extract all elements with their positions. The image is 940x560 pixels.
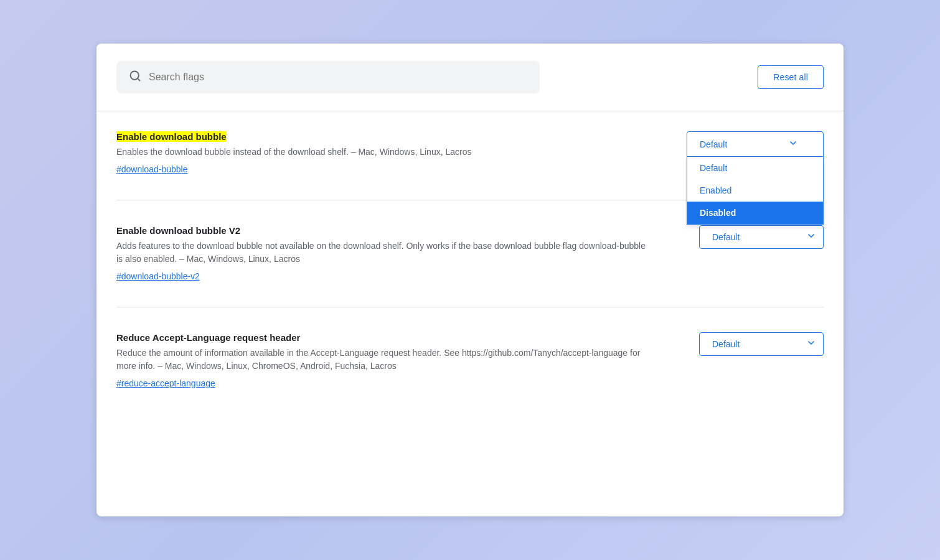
dropdown-option-disabled[interactable]: Disabled <box>687 202 823 224</box>
flag-info-3: Reduce Accept-Language request header Re… <box>116 332 646 389</box>
flag-item-reduce-accept-language: Reduce Accept-Language request header Re… <box>116 332 824 389</box>
flag-title-reduce-accept-language: Reduce Accept-Language request header <box>116 332 646 343</box>
divider-2 <box>116 307 824 307</box>
dropdown-wrapper-2: Default Enabled Disabled <box>699 225 824 249</box>
flag-link-download-bubble-v2[interactable]: #download-bubble-v2 <box>116 271 200 281</box>
content-area: Enable download bubble Enables the downl… <box>96 111 844 439</box>
flag-description-download-bubble-v2: Adds features to the download bubble not… <box>116 240 646 266</box>
dropdown-option-default[interactable]: Default <box>687 157 823 179</box>
dropdown-selected-label: Default <box>700 139 727 149</box>
flag-info: Enable download bubble Enables the downl… <box>116 131 646 175</box>
flag-item-download-bubble: Enable download bubble Enables the downl… <box>116 131 824 175</box>
search-icon <box>129 70 141 85</box>
flag-select-reduce-accept-language[interactable]: Default Enabled Disabled <box>699 332 824 356</box>
flag-description-download-bubble: Enables the download bubble instead of t… <box>116 146 646 159</box>
dropdown-open-wrapper: Default Default Enabled Disabled <box>687 131 824 225</box>
search-bar-area: Reset all <box>96 44 844 111</box>
flag-title-download-bubble: Enable download bubble <box>116 131 646 142</box>
flag-link-download-bubble[interactable]: #download-bubble <box>116 164 187 174</box>
dropdown-wrapper-3: Default Enabled Disabled <box>699 332 824 356</box>
dropdown-trigger-download-bubble[interactable]: Default <box>687 131 824 157</box>
flag-title-highlight: Enable download bubble <box>116 131 227 142</box>
dropdown-option-enabled[interactable]: Enabled <box>687 179 823 202</box>
flag-select-download-bubble-v2[interactable]: Default Enabled Disabled <box>699 225 824 249</box>
flag-link-reduce-accept-language[interactable]: #reduce-accept-language <box>116 378 215 388</box>
chevron-up-icon <box>788 138 798 150</box>
reset-all-button[interactable]: Reset all <box>758 65 824 89</box>
flag-item-row-3: Reduce Accept-Language request header Re… <box>116 332 824 389</box>
flag-title-download-bubble-v2: Enable download bubble V2 <box>116 225 646 236</box>
flag-item-download-bubble-v2: Enable download bubble V2 Adds features … <box>116 225 824 282</box>
dropdown-list-download-bubble: Default Enabled Disabled <box>687 157 824 225</box>
flag-description-reduce-accept-language: Reduce the amount of information availab… <box>116 347 646 373</box>
main-card: Reset all Enable download bubble Enables… <box>96 44 844 516</box>
search-input[interactable] <box>149 72 527 83</box>
svg-line-1 <box>138 78 140 81</box>
search-input-wrapper <box>116 61 540 93</box>
flag-info-2: Enable download bubble V2 Adds features … <box>116 225 646 282</box>
flag-item-row: Enable download bubble Enables the downl… <box>116 131 824 175</box>
flag-item-row-2: Enable download bubble V2 Adds features … <box>116 225 824 282</box>
